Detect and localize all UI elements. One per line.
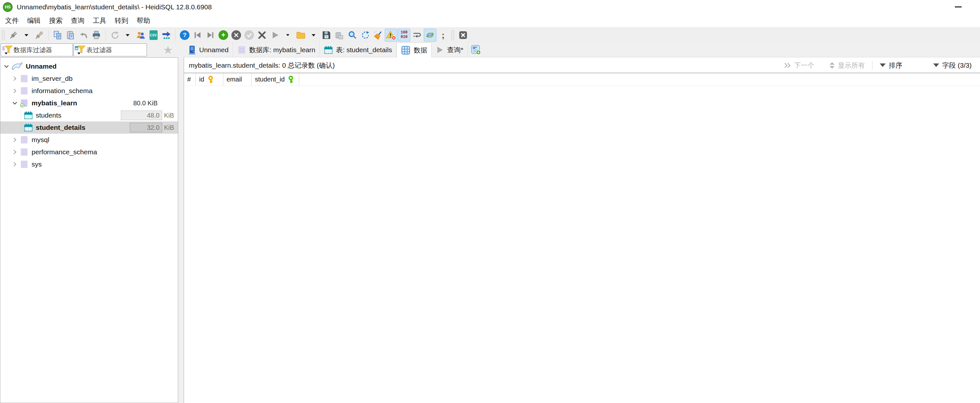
tab-database[interactable]: 数据库: mybatis_learn [233,43,320,57]
open-file-dropdown-button[interactable] [307,29,320,41]
table-filter-input[interactable] [86,44,146,56]
main-area: Unnamed im_server_db information_schema … [0,57,980,403]
chevron-right-icon[interactable] [10,87,20,94]
find-button[interactable] [346,29,358,41]
menu-goto[interactable]: 转到 [111,14,132,27]
first-record-button[interactable] [191,29,204,41]
menu-tools[interactable]: 工具 [89,14,111,27]
tree-item-database-active[interactable]: mybatis_learn 80.0 KiB [0,97,178,109]
panel-splitter[interactable] [178,57,184,403]
run-dropdown-button[interactable] [282,29,294,41]
tab-label: 数据库: mybatis_learn [249,45,315,54]
filter-zone: ★ [0,43,184,57]
delete-record-button[interactable] [230,29,242,41]
menu-file[interactable]: 文件 [1,14,23,27]
tree-item-database[interactable]: mysql [0,134,178,146]
sorting-button[interactable]: 排序 [880,61,902,70]
main-tab-strip: Unnamed 数据库: mybatis_learn 表: student_de… [184,43,980,57]
tab-query[interactable]: 查询* [431,43,468,57]
connect-button[interactable] [7,29,20,41]
post-record-button [243,29,255,41]
tree-item-database[interactable]: performance_schema [0,146,178,158]
undo-button[interactable] [77,29,89,41]
insert-files-button[interactable] [160,29,172,41]
wrap-lines-button[interactable] [411,29,423,41]
chevron-right-icon[interactable] [10,161,20,168]
column-header-email[interactable]: email [223,73,252,86]
column-header-id[interactable]: id [196,73,223,86]
tab-data[interactable]: 数据 [396,43,431,57]
data-tab-panel: mybatis_learn.student_details: 0 总记录数 (确… [184,57,980,403]
delimiter-button[interactable]: ; [437,29,449,41]
copy-button[interactable] [52,29,64,41]
tab-label: Unnamed [199,46,229,54]
minimize-button[interactable] [951,0,966,14]
table-label: student_details [36,124,85,132]
last-record-button[interactable] [204,29,216,41]
wrap-lines-icon [412,30,422,40]
chevron-down-icon[interactable] [2,63,11,70]
menu-help[interactable]: 帮助 [132,14,154,27]
cancel-editing-button[interactable] [256,29,268,41]
paste-button[interactable] [64,29,77,41]
reformat-button[interactable] [359,29,371,41]
export-csv-button[interactable]: CSV [147,29,159,41]
reformat-cycle-icon [360,30,370,40]
chevron-right-icon[interactable] [10,136,20,143]
database-label: mybatis_learn [32,99,77,107]
save-as-icon [334,30,344,40]
chevron-right-icon[interactable] [10,149,20,155]
minimize-icon [955,6,962,7]
data-grid-icon [401,45,410,55]
database-selected-icon [20,98,29,108]
connect-dropdown-button[interactable] [20,29,33,41]
size-value: 32.0 [147,124,159,132]
save-button[interactable] [320,29,332,41]
open-file-button[interactable] [294,29,307,41]
column-header-rownum[interactable]: # [184,73,196,86]
binary-view-toggle[interactable]: 100 010 [398,29,410,41]
print-button[interactable] [90,29,102,41]
menu-query[interactable]: 查询 [67,14,89,27]
tree-item-database[interactable]: im_server_db [0,73,178,85]
user-manager-button[interactable] [134,29,146,41]
column-header-student-id[interactable]: student_id [252,73,299,86]
tree-item-database[interactable]: information_schema [0,85,178,97]
tree-item-database[interactable]: sys [0,158,178,170]
data-status-row: mybatis_learn.student_details: 0 总记录数 (确… [184,57,980,73]
toolbar-grip[interactable] [2,30,5,40]
toolbar-grip[interactable] [452,30,454,40]
help-button[interactable]: ? [178,29,191,41]
database-tree-panel[interactable]: Unnamed im_server_db information_schema … [0,57,178,403]
chevron-down-icon[interactable] [10,100,20,106]
blob-warning-toggle[interactable] [385,29,397,41]
tree-item-table[interactable]: students 48.0 KiB [0,109,178,121]
chevron-right-icon[interactable] [10,75,20,82]
search-icon [347,30,357,40]
new-query-tab-button[interactable] [471,44,481,55]
tab-host[interactable]: Unnamed [184,43,233,57]
database-icon [20,148,29,157]
columns-button[interactable]: 字段 (3/3) [933,61,972,70]
main-toolbar: CSV ? + [0,27,980,43]
favorites-star-icon[interactable]: ★ [163,44,173,56]
column-label: id [199,76,204,83]
tree-item-table-selected[interactable]: student_details 32.0 KiB [0,121,178,134]
bind-parameters-toggle[interactable] [424,29,436,41]
run-query-button [269,29,281,41]
disconnect-button[interactable] [33,29,45,41]
size-unit: KiB [164,112,174,119]
database-size: 80.0 KiB [133,100,158,107]
refresh-dropdown-button[interactable] [121,29,134,41]
data-grid-empty-area[interactable] [184,86,980,403]
insert-record-button[interactable]: + [217,29,229,41]
toolbar-separator [105,30,106,41]
menu-edit[interactable]: 编辑 [23,14,45,27]
database-filter-input[interactable] [14,44,73,56]
clean-button[interactable] [372,29,384,41]
tab-table[interactable]: 表: student_details [320,43,396,57]
menu-search[interactable]: 搜索 [45,14,67,27]
stop-button[interactable] [457,29,469,41]
database-label: information_schema [32,87,92,95]
tree-item-session[interactable]: Unnamed [0,60,178,73]
